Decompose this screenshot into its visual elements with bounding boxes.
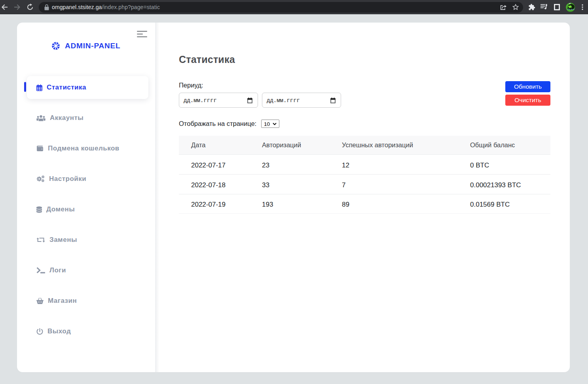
svg-text:The AnD: The AnD: [567, 8, 575, 10]
